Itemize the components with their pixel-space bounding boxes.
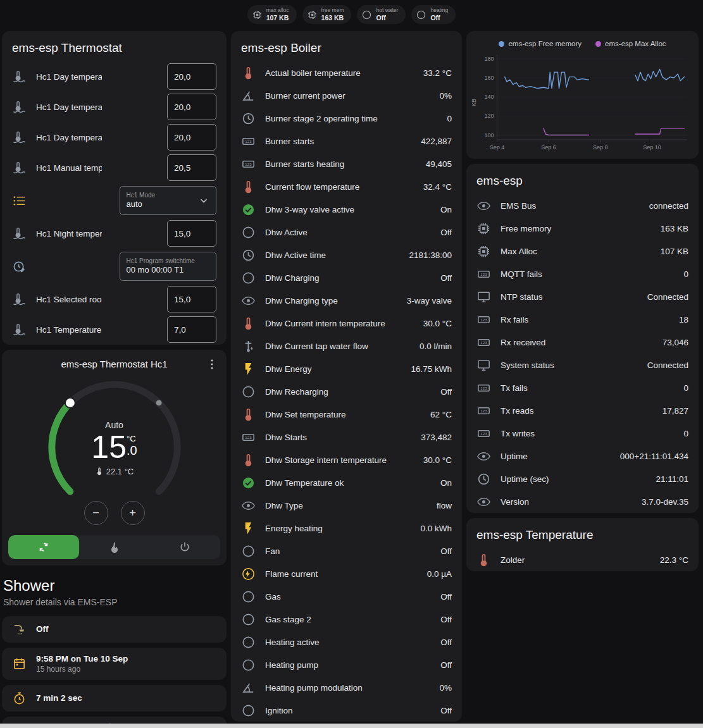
status-badge[interactable]: hot water Off <box>357 5 406 24</box>
select-box[interactable]: Hc1 Mode auto <box>120 186 217 215</box>
entity-label: Dhw Starts <box>265 433 416 442</box>
thermostat-row[interactable]: Hc1 Temperature when mod... 7,0 Hc1 Temp… <box>2 314 227 345</box>
chip-icon <box>476 244 491 259</box>
status-badge[interactable]: free mem 163 KB <box>302 5 352 24</box>
entity-label: Dhw Temperature ok <box>265 478 435 488</box>
thermostat-row[interactable]: Hc1 Selected room temperat... 15,0 Hc1 S… <box>2 284 227 314</box>
entity-value: Off <box>440 387 452 397</box>
entity-row[interactable]: Tx writes 0 <box>466 422 699 445</box>
entity-row[interactable]: Burner starts 422,887 <box>231 130 462 152</box>
entity-row[interactable]: Heating active Off <box>231 631 462 653</box>
entity-row[interactable]: Dhw Set temperature 62 °C <box>231 403 462 426</box>
thermostat-row[interactable]: Hc1 Day temperature T2 20,0 Hc1 Day temp… <box>2 61 227 92</box>
thermometer-icon <box>95 467 104 476</box>
legend-dot-max-alloc <box>595 41 601 47</box>
entity-row[interactable]: Dhw Charging type 3-way valve <box>231 289 462 312</box>
entity-row[interactable]: Dhw Starts 373,482 <box>231 426 462 448</box>
entity-label: Burner starts <box>265 137 416 146</box>
number-input[interactable]: 20,5 <box>167 154 216 181</box>
entity-row[interactable]: Dhw Temperature ok On <box>231 471 462 494</box>
chevron-down-icon <box>198 195 209 206</box>
entity-row[interactable]: Dhw Energy 16.75 kWh <box>231 357 462 380</box>
entity-row[interactable]: Dhw Active Off <box>231 221 462 244</box>
entity-row[interactable]: Current flow temperature 32.4 °C <box>231 175 462 198</box>
entity-row[interactable]: Dhw Storage intern temperature 30.0 °C <box>231 448 462 471</box>
shower-card[interactable]: 9:58 PM on Tue 10 Sep 15 hours ago <box>2 648 227 680</box>
number-input[interactable]: 15,0 <box>167 286 216 312</box>
number-input[interactable]: 20,0 <box>167 124 216 151</box>
entity-row[interactable]: Dhw Active time 2181:38:00 <box>231 244 462 266</box>
counter-icon <box>241 134 256 149</box>
number-input[interactable]: 20,0 <box>167 94 216 120</box>
entity-row[interactable]: System status Connected <box>466 354 699 376</box>
entity-row[interactable]: Version 3.7.0-dev.35 <box>466 490 699 513</box>
entity-row[interactable]: Free memory 163 KB <box>466 217 699 240</box>
temp-decrease-button[interactable]: − <box>84 501 108 525</box>
card-title: ems-esp <box>466 164 699 194</box>
status-badge[interactable]: max alloc 107 KB <box>247 5 297 24</box>
shower-card[interactable]: Off <box>2 616 227 643</box>
mode-off-button[interactable] <box>149 535 220 559</box>
entity-row[interactable]: Gas stage 2 Off <box>231 608 462 631</box>
entity-row[interactable]: Dhw 3-way valve active On <box>231 198 462 221</box>
entity-row[interactable]: Energy heating 0.0 kWh <box>231 517 462 540</box>
eye-icon <box>241 498 256 513</box>
entity-row[interactable]: Uptime 000+21:11:01.434 <box>466 445 699 467</box>
clock-icon <box>476 472 491 486</box>
thermostat-row[interactable]: Hc1 Day temperature T4 20,0 Hc1 Day temp… <box>2 122 227 152</box>
entity-row[interactable]: Heating pump Off <box>231 653 462 676</box>
entity-row[interactable]: Tx reads 17,827 <box>466 399 699 422</box>
thermostat-row[interactable]: Hc1 Mode auto Hc1 Mode auto <box>2 183 227 218</box>
target-temp-decimal: .0 <box>127 443 137 457</box>
entity-value: Off <box>440 706 452 715</box>
entity-row[interactable]: Heating pump modulation 0% <box>231 676 462 699</box>
entity-row[interactable]: NTP status Connected <box>466 285 699 308</box>
temp-increase-button[interactable]: + <box>121 501 145 525</box>
entity-row[interactable]: Actual boiler temperature 33.2 °C <box>231 61 462 84</box>
entity-row[interactable]: Dhw Current intern temperature 30.0 °C <box>231 312 462 335</box>
status-badge[interactable]: heating Off <box>411 5 456 24</box>
thermostat-dial[interactable]: Auto 15 °C .0 22.1 °C <box>39 372 190 522</box>
entity-row[interactable]: Fan Off <box>231 540 462 562</box>
entity-row[interactable]: Burner stage 2 operating time 0 <box>231 107 462 130</box>
entity-row[interactable]: Rx fails 18 <box>466 308 699 331</box>
mode-auto-button[interactable] <box>8 535 79 559</box>
entity-row[interactable]: Dhw Recharging Off <box>231 380 462 403</box>
entity-row[interactable]: Uptime (sec) 21:11:01 <box>466 467 699 490</box>
entity-row[interactable]: Rx received 73,046 <box>466 331 699 354</box>
number-input[interactable]: 7,0 <box>167 316 216 343</box>
entity-row[interactable]: Tx fails 0 <box>466 376 699 399</box>
thermostat-row[interactable]: Hc1 Program switchtime 00 mo 00:00 T1 Hc… <box>2 249 227 284</box>
entity-row[interactable]: Flame current 0.0 µA <box>231 562 462 585</box>
number-input[interactable]: 15,0 <box>167 220 216 247</box>
entity-row[interactable]: Burner current power 0% <box>231 84 462 107</box>
entity-row[interactable]: Burner starts heating 49,405 <box>231 152 462 175</box>
thermostat-row[interactable]: Hc1 Manual temperature 20,5 Hc1 Manual t… <box>2 152 227 183</box>
select-box[interactable]: Hc1 Program switchtime 00 mo 00:00 T1 <box>120 252 217 281</box>
bottom-scrollbar[interactable] <box>0 724 703 728</box>
circle-outline-icon <box>241 544 256 558</box>
entity-row[interactable]: Gas Off <box>231 585 462 608</box>
entity-row[interactable]: Dhw Type flow <box>231 494 462 517</box>
circle-outline-icon <box>361 9 372 20</box>
entity-label: Flame current <box>265 569 422 579</box>
entity-row[interactable]: Max Alloc 107 KB <box>466 240 699 262</box>
entity-label: Free memory <box>501 224 656 233</box>
dots-vertical-icon[interactable] <box>205 357 219 371</box>
entity-row[interactable]: Dhw Current tap water flow 0.0 l/min <box>231 335 462 357</box>
eye-icon <box>476 199 491 213</box>
badge-texts: hot water Off <box>376 8 398 22</box>
thermostat-row[interactable]: Hc1 Day temperature T3 20,0 Hc1 Day temp… <box>2 92 227 122</box>
number-input[interactable]: 20,0 <box>167 63 216 90</box>
entity-value: 21:11:01 <box>656 474 688 484</box>
entity-row[interactable]: Zolder 22.3 °C <box>466 548 699 571</box>
circle-outline-icon <box>241 225 256 240</box>
thermostat-row[interactable]: Hc1 Night temperature T1 15,0 Hc1 Night … <box>2 218 227 249</box>
mode-heat-button[interactable] <box>79 535 150 559</box>
chip-icon <box>252 9 263 20</box>
entity-row[interactable]: MQTT fails 0 <box>466 262 699 285</box>
shower-card[interactable]: 7 min 2 sec <box>2 685 227 712</box>
entity-row[interactable]: Dhw Charging Off <box>231 266 462 289</box>
entity-row[interactable]: EMS Bus connected <box>466 194 699 217</box>
entity-row[interactable]: Ignition Off <box>231 699 462 722</box>
